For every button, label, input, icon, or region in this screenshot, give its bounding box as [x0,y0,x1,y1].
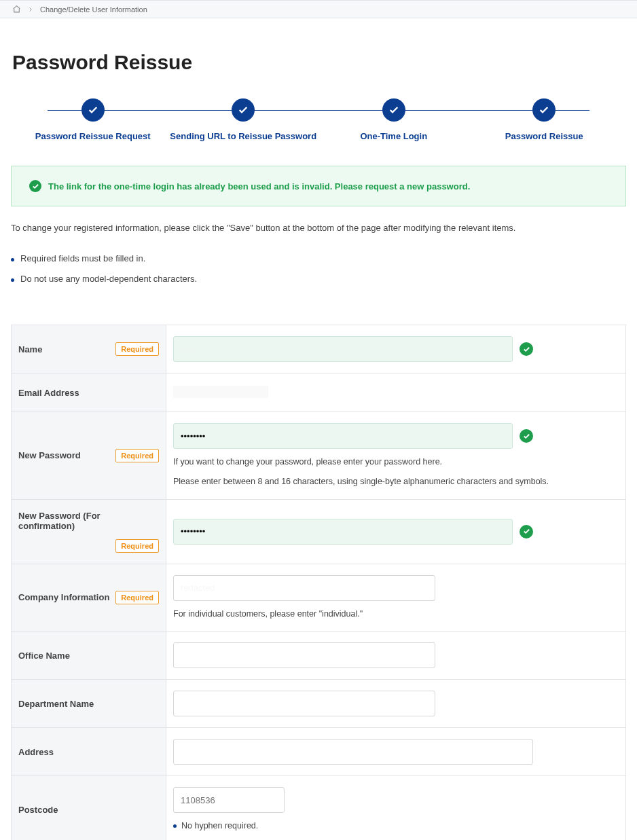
check-icon [382,98,405,122]
new-password-confirm-input[interactable] [173,519,513,545]
chevron-right-icon [28,7,33,12]
email-value [173,386,268,398]
company-input[interactable] [173,575,435,601]
check-icon [532,98,556,122]
row-office: Office Name [12,632,626,680]
required-badge: Required [115,449,159,462]
rules-list: Required fields must be filled in. Do no… [11,253,626,284]
postcode-help: No hyphen required. [173,820,619,833]
row-postcode: Postcode No hyphen required. [12,776,626,840]
password-help-1: If you want to change your password, ple… [173,456,619,469]
field-label: Email Address [18,388,79,398]
row-new-password: New Password Required If you want to cha… [12,412,626,500]
page-title: Password Reissue [12,51,626,74]
postcode-input[interactable] [173,787,285,813]
check-icon [29,180,41,192]
step-1: Password Reissue Request [18,98,168,141]
company-help: For individual customers, please enter "… [173,608,619,621]
row-email: Email Address [12,373,626,412]
row-department: Department Name [12,680,626,728]
field-label: Department Name [18,699,94,709]
field-label: Office Name [18,651,70,661]
breadcrumb: Change/Delete User Information [0,0,637,18]
valid-check-icon [520,525,533,538]
check-icon [232,98,255,122]
field-label: Name [18,344,42,354]
step-label: Password Reissue [505,131,583,141]
rule-item: Do not use any model-dependent character… [11,274,626,284]
password-help-2: Please enter between 8 and 16 characters… [173,475,619,488]
stepper: Password Reissue Request Sending URL to … [18,98,619,141]
name-input[interactable] [173,336,513,362]
required-badge: Required [115,342,159,356]
step-2: Sending URL to Reissue Password [168,98,319,141]
row-address: Address [12,728,626,776]
row-company: Company Information Required For individ… [12,564,626,632]
step-label: Password Reissue Request [35,131,151,141]
valid-check-icon [520,342,533,356]
user-info-form: Name Required Email Address [11,325,626,840]
intro-text: To change your registered information, p… [11,223,626,233]
check-icon [81,98,105,122]
field-label: Postcode [18,805,58,815]
step-label: One-Time Login [360,131,427,141]
office-input[interactable] [173,642,435,668]
step-4: Password Reissue [469,98,620,141]
field-label: New Password (For confirmation) [18,511,159,531]
alert-invalid-link: The link for the one-time login has alre… [11,166,626,206]
rule-item: Required fields must be filled in. [11,253,626,263]
field-label: New Password [18,450,81,460]
address-input[interactable] [173,739,533,765]
field-label: Address [18,747,54,757]
required-badge: Required [115,539,159,553]
home-icon[interactable] [12,5,21,14]
row-new-password-confirm: New Password (For confirmation) Required [12,499,626,564]
row-name: Name Required [12,325,626,373]
step-3: One-Time Login [318,98,469,141]
step-label: Sending URL to Reissue Password [170,131,316,141]
required-badge: Required [115,591,159,604]
field-label: Company Information [18,592,109,602]
department-input[interactable] [173,691,435,716]
alert-text: The link for the one-time login has alre… [48,181,470,191]
breadcrumb-page[interactable]: Change/Delete User Information [40,5,147,14]
valid-check-icon [520,429,533,443]
new-password-input[interactable] [173,423,513,449]
